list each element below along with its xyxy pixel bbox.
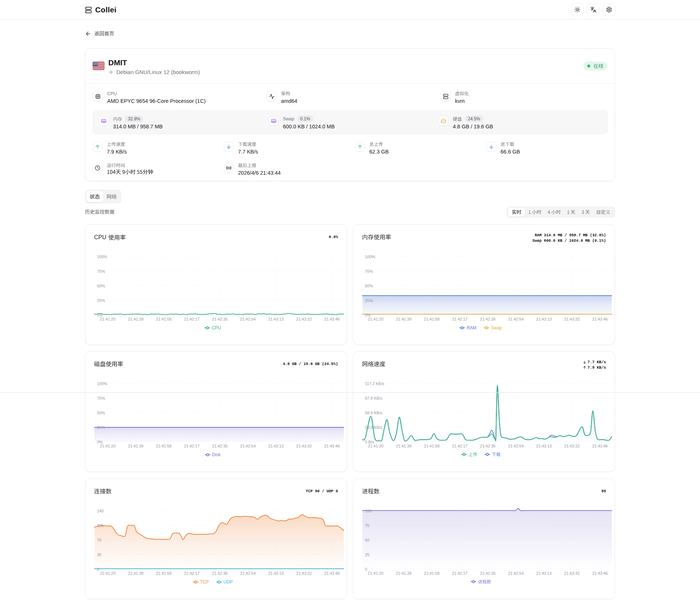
svg-text:21:43:32: 21:43:32 bbox=[564, 444, 580, 448]
svg-text:21:41:20: 21:41:20 bbox=[100, 317, 116, 321]
svg-text:21:41:39: 21:41:39 bbox=[396, 571, 412, 575]
svg-text:21:42:54: 21:42:54 bbox=[240, 444, 256, 448]
svg-text:75%: 75% bbox=[97, 269, 105, 274]
svg-text:21:41:58: 21:41:58 bbox=[424, 317, 440, 321]
svg-text:21:43:13: 21:43:13 bbox=[268, 317, 284, 321]
svg-text:21:43:13: 21:43:13 bbox=[536, 317, 552, 321]
svg-text:21:41:58: 21:41:58 bbox=[156, 444, 172, 448]
svg-text:50%: 50% bbox=[97, 284, 105, 288]
svg-text:100%: 100% bbox=[97, 255, 107, 259]
svg-text:21:42:17: 21:42:17 bbox=[184, 444, 200, 448]
svg-text:21:41:39: 21:41:39 bbox=[128, 571, 144, 575]
svg-text:21:43:32: 21:43:32 bbox=[564, 317, 580, 321]
svg-text:21:41:39: 21:41:39 bbox=[396, 317, 412, 321]
svg-text:29.3 KB/s: 29.3 KB/s bbox=[365, 425, 382, 430]
svg-text:21:42:35: 21:42:35 bbox=[212, 571, 228, 575]
svg-text:21:41:20: 21:41:20 bbox=[100, 571, 116, 575]
svg-text:87.9 KB/s: 87.9 KB/s bbox=[365, 396, 382, 400]
svg-text:50%: 50% bbox=[97, 411, 105, 415]
svg-text:21:41:39: 21:41:39 bbox=[396, 444, 412, 448]
svg-text:21:42:17: 21:42:17 bbox=[452, 571, 468, 575]
svg-text:21:42:54: 21:42:54 bbox=[240, 571, 256, 575]
svg-text:21:41:39: 21:41:39 bbox=[128, 317, 144, 321]
svg-text:100%: 100% bbox=[97, 381, 107, 386]
svg-text:50: 50 bbox=[365, 538, 369, 542]
svg-text:21:42:35: 21:42:35 bbox=[480, 571, 496, 575]
svg-text:21:42:17: 21:42:17 bbox=[184, 317, 200, 321]
svg-text:75%: 75% bbox=[365, 269, 373, 274]
svg-text:70: 70 bbox=[97, 538, 101, 542]
svg-text:25%: 25% bbox=[97, 298, 105, 303]
svg-text:21:43:46: 21:43:46 bbox=[324, 444, 340, 448]
svg-text:0%: 0% bbox=[97, 440, 103, 444]
svg-text:100: 100 bbox=[365, 509, 372, 513]
svg-text:21:43:46: 21:43:46 bbox=[592, 317, 608, 321]
svg-text:21:42:35: 21:42:35 bbox=[212, 444, 228, 448]
svg-text:21:43:32: 21:43:32 bbox=[296, 571, 312, 575]
svg-text:0 B/s: 0 B/s bbox=[365, 440, 374, 444]
svg-text:0: 0 bbox=[365, 567, 367, 571]
svg-text:21:42:54: 21:42:54 bbox=[508, 444, 524, 448]
svg-text:21:41:39: 21:41:39 bbox=[128, 444, 144, 448]
svg-text:21:41:58: 21:41:58 bbox=[156, 317, 172, 321]
svg-text:21:41:20: 21:41:20 bbox=[100, 444, 116, 448]
svg-text:21:43:32: 21:43:32 bbox=[296, 317, 312, 321]
svg-text:21:42:17: 21:42:17 bbox=[184, 571, 200, 575]
svg-text:21:41:20: 21:41:20 bbox=[368, 571, 384, 575]
svg-text:100%: 100% bbox=[365, 255, 375, 259]
svg-text:21:42:17: 21:42:17 bbox=[452, 444, 468, 448]
svg-text:21:41:20: 21:41:20 bbox=[368, 317, 384, 321]
svg-text:21:43:46: 21:43:46 bbox=[592, 444, 608, 448]
svg-text:117.2 KB/s: 117.2 KB/s bbox=[365, 381, 384, 386]
svg-text:21:42:54: 21:42:54 bbox=[240, 317, 256, 321]
svg-text:21:43:13: 21:43:13 bbox=[268, 571, 284, 575]
svg-text:21:43:46: 21:43:46 bbox=[324, 317, 340, 321]
svg-text:75: 75 bbox=[365, 523, 369, 528]
svg-text:0: 0 bbox=[97, 567, 99, 571]
svg-text:21:42:35: 21:42:35 bbox=[480, 444, 496, 448]
svg-text:21:41:58: 21:41:58 bbox=[424, 571, 440, 575]
svg-text:140: 140 bbox=[97, 509, 104, 513]
svg-text:21:42:35: 21:42:35 bbox=[480, 317, 496, 321]
svg-text:21:43:13: 21:43:13 bbox=[536, 444, 552, 448]
svg-text:21:42:17: 21:42:17 bbox=[452, 317, 468, 321]
svg-text:50%: 50% bbox=[365, 284, 373, 288]
svg-text:21:42:54: 21:42:54 bbox=[508, 317, 524, 321]
svg-text:21:41:58: 21:41:58 bbox=[424, 444, 440, 448]
svg-text:75%: 75% bbox=[97, 396, 105, 400]
svg-text:21:42:54: 21:42:54 bbox=[508, 571, 524, 575]
svg-text:35: 35 bbox=[97, 552, 101, 557]
svg-text:21:42:35: 21:42:35 bbox=[212, 317, 228, 321]
svg-text:21:43:46: 21:43:46 bbox=[592, 571, 608, 575]
svg-text:21:43:46: 21:43:46 bbox=[324, 571, 340, 575]
svg-text:21:41:20: 21:41:20 bbox=[368, 444, 384, 448]
svg-text:21:43:13: 21:43:13 bbox=[268, 444, 284, 448]
svg-text:25: 25 bbox=[365, 552, 369, 557]
svg-text:21:43:32: 21:43:32 bbox=[564, 571, 580, 575]
svg-text:0%: 0% bbox=[97, 313, 103, 317]
svg-text:21:41:58: 21:41:58 bbox=[156, 571, 172, 575]
svg-text:105: 105 bbox=[97, 523, 104, 528]
svg-text:21:43:32: 21:43:32 bbox=[296, 444, 312, 448]
svg-text:25%: 25% bbox=[365, 298, 373, 303]
svg-text:25%: 25% bbox=[97, 425, 105, 430]
svg-text:58.6 KB/s: 58.6 KB/s bbox=[365, 411, 382, 415]
svg-text:21:43:13: 21:43:13 bbox=[536, 571, 552, 575]
svg-text:0%: 0% bbox=[365, 313, 371, 317]
